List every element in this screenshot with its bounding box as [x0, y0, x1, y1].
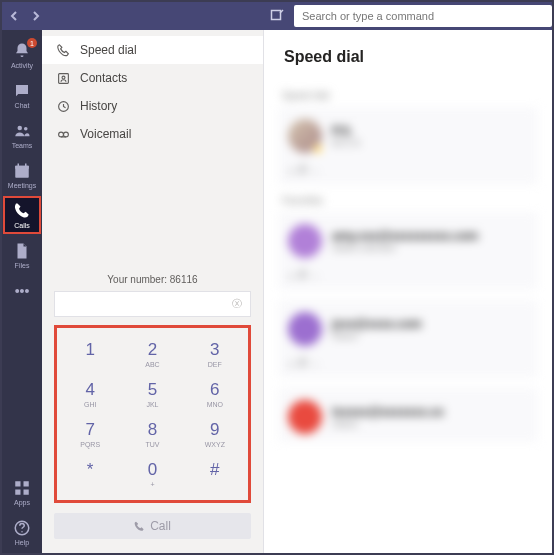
- key-1[interactable]: 1: [59, 334, 121, 374]
- key-9[interactable]: 9WXYZ: [184, 414, 246, 454]
- svg-rect-11: [24, 489, 29, 494]
- svg-point-17: [58, 132, 63, 137]
- call-button[interactable]: Call: [54, 513, 251, 539]
- rail-calls[interactable]: Calls: [3, 196, 41, 234]
- svg-rect-10: [15, 489, 20, 494]
- svg-rect-8: [15, 481, 20, 486]
- svg-point-3: [24, 126, 28, 130]
- key-7[interactable]: 7PQRS: [59, 414, 121, 454]
- contact-card[interactable]: P.S.BCG B ⌕ ✆ ⋯: [278, 107, 538, 185]
- tab-label: Voicemail: [80, 127, 131, 141]
- key-2[interactable]: 2ABC: [121, 334, 183, 374]
- avatar: [288, 224, 322, 258]
- avatar: [288, 119, 322, 153]
- content-pane: Speed dial Speed dial P.S.BCG B ⌕ ✆ ⋯ Fa…: [264, 30, 552, 553]
- contact-card[interactable]: amy.xxx@xxxxxxxxx.comStatus unknown ⌕ ✆ …: [278, 212, 538, 290]
- phone-icon: [56, 43, 70, 57]
- svg-rect-5: [15, 165, 29, 168]
- tab-contacts[interactable]: Contacts: [42, 64, 263, 92]
- avatar: [288, 312, 322, 346]
- key-6[interactable]: 6MNO: [184, 374, 246, 414]
- key-8[interactable]: 8TUV: [121, 414, 183, 454]
- number-input[interactable]: ⓧ: [54, 291, 251, 317]
- rail-more[interactable]: •••: [2, 276, 42, 306]
- svg-point-2: [18, 125, 23, 130]
- rail-chat[interactable]: Chat: [3, 76, 41, 114]
- tab-voicemail[interactable]: Voicemail: [42, 120, 263, 148]
- voicemail-icon: [56, 127, 70, 141]
- dialpad: 1 2ABC 3DEF 4GHI 5JKL 6MNO 7PQRS 8TUV 9W…: [59, 334, 246, 494]
- phone-icon: [134, 521, 145, 532]
- tab-label: Speed dial: [80, 43, 137, 57]
- rail-help[interactable]: Help: [3, 513, 41, 551]
- key-4[interactable]: 4GHI: [59, 374, 121, 414]
- forward-button[interactable]: [26, 6, 46, 26]
- key-hash[interactable]: #: [184, 454, 246, 494]
- tab-history[interactable]: History: [42, 92, 263, 120]
- key-3[interactable]: 3DEF: [184, 334, 246, 374]
- svg-point-18: [63, 132, 68, 137]
- back-button[interactable]: [4, 6, 24, 26]
- clear-icon[interactable]: ⓧ: [230, 297, 244, 311]
- svg-point-13: [21, 531, 23, 533]
- tab-label: History: [80, 99, 117, 113]
- rail-activity[interactable]: 1 Activity: [3, 36, 41, 74]
- contact-card[interactable]: lxxxxx@xxxxxxx.xxStatus: [278, 388, 538, 442]
- svg-rect-9: [24, 481, 29, 486]
- contact-card[interactable]: jxxx@xxxx.comStatus ⌕ ✆ ⋯: [278, 300, 538, 378]
- rail-teams[interactable]: Teams: [3, 116, 41, 154]
- tab-speed-dial[interactable]: Speed dial: [42, 36, 263, 64]
- svg-point-15: [62, 76, 65, 79]
- left-rail: 1 Activity Chat Teams Meetings Calls: [2, 30, 42, 553]
- avatar: [288, 400, 322, 434]
- tab-label: Contacts: [80, 71, 127, 85]
- rail-files[interactable]: Files: [3, 236, 41, 274]
- calls-panel: Speed dial Contacts History Voicemail Yo…: [42, 30, 264, 553]
- blurred-contacts: Speed dial P.S.BCG B ⌕ ✆ ⋯ Favorites amy…: [264, 90, 552, 442]
- your-number-label: Your number: 86116: [54, 274, 251, 285]
- contacts-icon: [56, 71, 70, 85]
- rail-apps[interactable]: Apps: [3, 473, 41, 511]
- dialer: Your number: 86116 ⓧ 1 2ABC 3DEF 4GHI 5J…: [42, 264, 263, 553]
- search-input[interactable]: Search or type a command: [294, 5, 552, 27]
- dialpad-highlight: 1 2ABC 3DEF 4GHI 5JKL 6MNO 7PQRS 8TUV 9W…: [54, 325, 251, 503]
- title-bar: Search or type a command: [2, 2, 552, 30]
- page-title: Speed dial: [264, 30, 552, 80]
- rail-meetings[interactable]: Meetings: [3, 156, 41, 194]
- key-0[interactable]: 0+: [121, 454, 183, 494]
- key-5[interactable]: 5JKL: [121, 374, 183, 414]
- key-star[interactable]: *: [59, 454, 121, 494]
- activity-badge: 1: [27, 38, 37, 48]
- history-icon: [56, 99, 70, 113]
- compose-icon[interactable]: [268, 7, 286, 25]
- svg-rect-0: [272, 11, 281, 20]
